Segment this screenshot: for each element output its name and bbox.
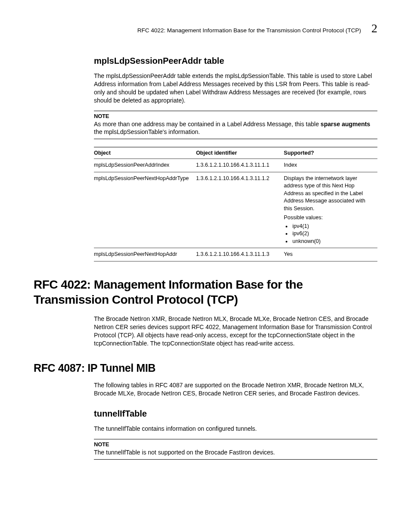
page-number: 2 [371, 22, 377, 35]
value-list: ipv4(1) ipv6(2) unknown(0) [284, 223, 374, 246]
note-body: The tunnelIfTable is not supported on th… [94, 448, 377, 457]
paragraph: The tunnelIfTable contains information o… [94, 425, 377, 433]
note-text-post: the mplsLdpSessionTable's information. [94, 128, 200, 135]
cell-object: mplsLdpSessionPeerNextHopAddr [94, 248, 196, 261]
section-mplsldpsessionpeeraddr: mplsLdpSessionPeerAddr table The mplsLdp… [94, 56, 377, 261]
table-row: mplsLdpSessionPeerNextHopAddr 1.3.6.1.2.… [94, 248, 377, 261]
cell-supported: Yes [284, 248, 377, 261]
cell-supported: Displays the internetwork layer address … [284, 172, 377, 248]
paragraph: The mplsLdpSessionPeerAddr table extends… [94, 72, 377, 105]
cell-object: mplsLdpSessionPeerNextHopAddrType [94, 172, 196, 248]
paragraph: The Brocade NetIron XMR, Brocade NetIron… [94, 315, 377, 348]
col-header-supported: Supported? [284, 147, 377, 159]
note-label: NOTE [94, 441, 377, 448]
cell-oid: 1.3.6.1.2.1.10.166.4.1.3.11.1.2 [196, 172, 284, 248]
paragraph: The following tables in RFC 4087 are sup… [94, 381, 377, 398]
heading-rfc4022: RFC 4022: Management Information Base fo… [34, 277, 377, 307]
cell-oid: 1.3.6.1.2.1.10.166.4.1.3.11.1.1 [196, 159, 284, 172]
cell-oid: 1.3.6.1.2.1.10.166.4.1.3.11.1.3 [196, 248, 284, 261]
table-row: mplsLdpSessionPeerAddrIndex 1.3.6.1.2.1.… [94, 159, 377, 172]
heading-rfc4087: RFC 4087: IP Tunnel MIB [34, 362, 377, 374]
note-body: As more than one address may be containe… [94, 120, 377, 137]
table-header-row: Object Object identifier Supported? [94, 147, 377, 159]
note-text-bold: sparse augments [321, 121, 370, 128]
note-text-pre: As more than one address may be containe… [94, 121, 321, 128]
page: RFC 4022: Management Information Base fo… [0, 0, 411, 493]
header-text: RFC 4022: Management Information Base fo… [137, 27, 361, 34]
section-rfc4087-body: The following tables in RFC 4087 are sup… [94, 381, 377, 460]
list-item: ipv4(1) [292, 223, 374, 230]
table-mplsldpsessionpeeraddr: Object Object identifier Supported? mpls… [94, 147, 377, 261]
cell-supported: Index [284, 159, 377, 172]
col-header-object: Object [94, 147, 196, 159]
note-box: NOTE As more than one address may be con… [94, 111, 377, 140]
running-header: RFC 4022: Management Information Base fo… [34, 22, 377, 35]
table-row: mplsLdpSessionPeerNextHopAddrType 1.3.6.… [94, 172, 377, 248]
note-box: NOTE The tunnelIfTable is not supported … [94, 439, 377, 460]
section-rfc4022-body: The Brocade NetIron XMR, Brocade NetIron… [94, 315, 377, 348]
heading-tunneliftable: tunnelIfTable [94, 409, 377, 419]
cell-text: Displays the internetwork layer address … [284, 175, 374, 213]
cell-object: mplsLdpSessionPeerAddrIndex [94, 159, 196, 172]
list-item: unknown(0) [292, 238, 374, 246]
note-label: NOTE [94, 113, 377, 119]
col-header-oid: Object identifier [196, 147, 284, 159]
heading-mplsldpsessionpeeraddr: mplsLdpSessionPeerAddr table [94, 56, 377, 66]
list-item: ipv6(2) [292, 230, 374, 238]
cell-text: Possible values: [284, 214, 374, 222]
